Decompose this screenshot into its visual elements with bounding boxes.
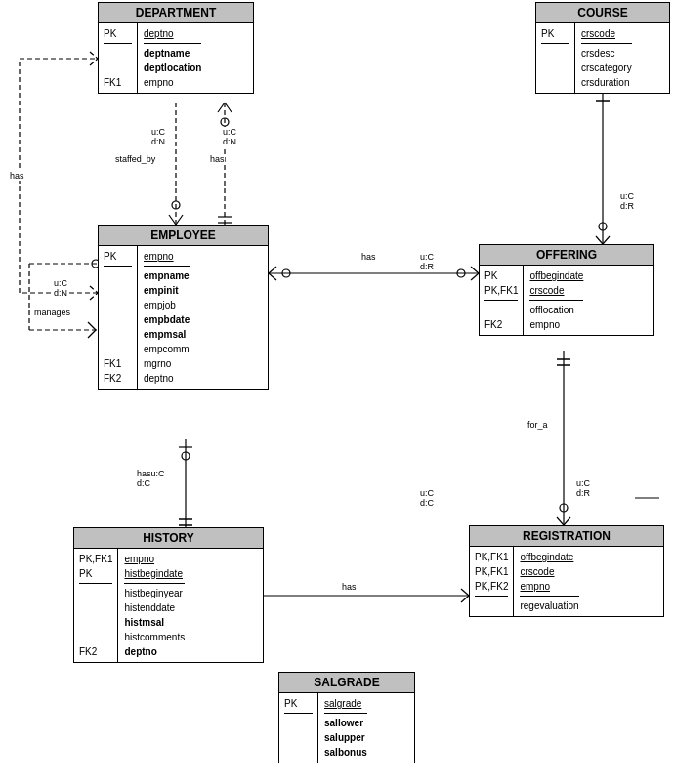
sal-pk-label: PK	[284, 696, 313, 711]
offering-keys: PK PK,FK1 FK2	[480, 266, 524, 335]
registration-entity: REGISTRATION PK,FK1 PK,FK1 PK,FK2 offbeg…	[469, 525, 664, 617]
employee-attrs: empno empname empinit empjob empbdate em…	[138, 246, 195, 389]
svg-line-23	[461, 589, 469, 596]
salgrade-attrs: salgrade sallower salupper salbonus	[318, 693, 373, 763]
uc-dr-emp-off-label: u:Cd:R	[420, 252, 434, 271]
svg-line-34	[596, 236, 603, 244]
history-header: HISTORY	[74, 528, 263, 549]
department-header: DEPARTMENT	[99, 3, 253, 23]
hist-histcomments: histcomments	[124, 630, 185, 644]
emp-attr1	[104, 268, 132, 283]
off-pk-label: PK	[484, 268, 518, 283]
emp-empno: empno	[144, 249, 190, 264]
sal-space3	[284, 745, 313, 760]
course-crsdesc: crsdesc	[581, 46, 632, 61]
uc-dn-1-label: u:Cd:N	[151, 127, 165, 146]
hist-space3	[79, 615, 112, 630]
emp-attr3	[104, 298, 132, 312]
hist-empno: empno	[124, 552, 185, 566]
hist-space1	[79, 586, 112, 600]
uc-dc-label: u:Cd:C	[420, 488, 434, 508]
svg-point-3	[172, 201, 180, 209]
offering-entity: OFFERING PK PK,FK1 FK2 offbegindate crsc…	[479, 244, 654, 336]
hist-histmsal: histmsal	[124, 615, 185, 630]
off-offlocation: offlocation	[529, 303, 583, 317]
svg-line-12	[471, 273, 479, 280]
svg-point-36	[599, 223, 607, 230]
course-fk-empty	[541, 46, 569, 61]
svg-line-35	[603, 236, 610, 244]
employee-header: EMPLOYEE	[99, 226, 268, 246]
emp-mgrno: mgrno	[144, 356, 190, 371]
svg-line-11	[471, 267, 479, 273]
hist-deptno: deptno	[124, 644, 185, 659]
for-a-label: for_a	[527, 420, 548, 430]
svg-line-49	[88, 322, 96, 330]
emp-fk1-label: FK1	[104, 356, 132, 371]
uc-dn-2-label: u:Cd:N	[223, 127, 236, 146]
off-pkfk1-label: PK,FK1	[484, 283, 518, 298]
hist-pk-label: PK	[79, 566, 112, 581]
emp-empjob: empjob	[144, 298, 190, 312]
salgrade-keys: PK	[279, 693, 318, 763]
emp-attr5	[104, 327, 132, 342]
dept-empno: empno	[144, 75, 201, 90]
manages-label: manages	[34, 308, 70, 317]
sal-space2	[284, 730, 313, 745]
emp-empmsal: empmsal	[144, 327, 190, 342]
sal-salupper: salupper	[324, 730, 367, 745]
emp-attr6	[104, 342, 132, 356]
history-entity: HISTORY PK,FK1 PK FK2 empno histbegindat…	[73, 527, 264, 663]
uc-dr-reg-label: u:Cd:R	[576, 478, 590, 498]
svg-line-24	[461, 596, 469, 602]
off-offbegindate: offbegindate	[529, 268, 583, 283]
department-keys: PK FK1	[99, 23, 138, 93]
salgrade-header: SALGRADE	[279, 673, 414, 693]
svg-line-28	[557, 517, 564, 525]
reg-pkfk2: PK,FK2	[475, 579, 508, 594]
dept-deptlocation: deptlocation	[144, 61, 201, 75]
off-empno: empno	[529, 317, 583, 332]
svg-line-50	[88, 330, 96, 338]
emp-empbdate: empbdate	[144, 312, 190, 327]
history-attrs: empno histbegindate histbeginyear histen…	[118, 549, 190, 662]
reg-empno: empno	[520, 579, 578, 594]
reg-regevaluation: regevaluation	[520, 598, 578, 613]
off-fk-space	[484, 303, 518, 317]
sal-space1	[284, 716, 313, 730]
uc-dn-left-label: u:Cd:N	[54, 278, 67, 298]
svg-point-21	[182, 452, 190, 460]
salgrade-entity: SALGRADE PK salgrade sallower salupper s…	[278, 672, 415, 763]
course-crscode: crscode	[581, 26, 632, 41]
registration-header: REGISTRATION	[470, 526, 663, 547]
svg-point-16	[282, 269, 290, 277]
employee-keys: PK FK1 FK2	[99, 246, 138, 389]
dept-fk1-label: FK1	[104, 75, 132, 90]
hist-space4	[79, 630, 112, 644]
offering-attrs: offbegindate crscode offlocation empno	[524, 266, 589, 335]
emp-empname: empname	[144, 268, 190, 283]
svg-line-29	[564, 517, 570, 525]
hist-space2	[79, 600, 112, 615]
svg-line-5	[218, 103, 225, 112]
course-crsduration: crsduration	[581, 75, 632, 90]
has-hist-reg-label: has	[342, 582, 357, 592]
registration-keys: PK,FK1 PK,FK1 PK,FK2	[470, 547, 514, 616]
dept-deptname: deptname	[144, 46, 201, 61]
staffed-by-label: staffed_by	[115, 154, 155, 164]
svg-point-30	[560, 504, 568, 512]
svg-line-2	[176, 215, 183, 225]
offering-header: OFFERING	[480, 245, 653, 266]
emp-attr2	[104, 283, 132, 298]
reg-crscode: crscode	[520, 564, 578, 579]
dept-deptno: deptno	[144, 26, 201, 41]
svg-line-6	[225, 103, 232, 112]
svg-line-14	[269, 267, 276, 273]
reg-offbegindate: offbegindate	[520, 550, 578, 564]
reg-pkfk1-2: PK,FK1	[475, 564, 508, 579]
svg-line-41	[90, 52, 98, 59]
relationship-lines	[0, 0, 674, 784]
hist-histbegindate: histbegindate	[124, 566, 185, 581]
course-attrs: crscode crsdesc crscategory crsduration	[575, 23, 638, 93]
uc-dr-course-label: u:Cd:R	[620, 191, 634, 211]
